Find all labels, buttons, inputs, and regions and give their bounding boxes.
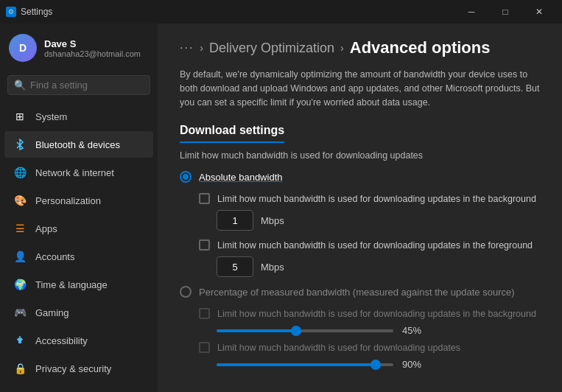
slider-fg-fill bbox=[217, 363, 376, 366]
radio-percentage-circle[interactable] bbox=[180, 286, 192, 298]
app-icon: ⚙ bbox=[6, 7, 16, 17]
network-icon: 🌐 bbox=[13, 166, 27, 179]
fg-mbps-input[interactable] bbox=[217, 256, 253, 277]
breadcrumb-delivery-optimization[interactable]: Delivery Optimization bbox=[209, 41, 334, 56]
system-icon: ⊞ bbox=[13, 110, 27, 123]
bg-mbps-input[interactable] bbox=[217, 210, 253, 231]
section-title: Download settings bbox=[180, 124, 284, 143]
sidebar-item-privacy[interactable]: 🔒 Privacy & security bbox=[4, 355, 153, 382]
checkbox-fg-download[interactable]: Limit how much bandwidth is used for dow… bbox=[199, 239, 540, 251]
fg-input-row: Mbps bbox=[217, 256, 540, 277]
checkbox-pct-fg-label: Limit how much bandwidth is used for dow… bbox=[217, 343, 460, 353]
slider-bg-fill bbox=[217, 329, 296, 332]
user-profile[interactable]: D Dave S dshanaha23@hotmail.com bbox=[0, 24, 158, 72]
page-title: Advanced options bbox=[350, 38, 491, 57]
slider-bg-pct: 45% bbox=[402, 325, 429, 336]
close-button[interactable]: ✕ bbox=[522, 0, 556, 24]
time-icon: 🌍 bbox=[13, 278, 27, 291]
sidebar-item-system[interactable]: ⊞ System bbox=[4, 103, 153, 130]
radio-percentage-label: Percentage of measured bandwidth (measur… bbox=[199, 287, 515, 298]
sidebar-label-gaming: Gaming bbox=[35, 307, 69, 318]
bluetooth-icon bbox=[13, 138, 27, 151]
checkbox-bg-label: Limit how much bandwidth is used for dow… bbox=[217, 194, 536, 204]
sidebar-label-time: Time & language bbox=[35, 279, 108, 290]
checkbox-bg-icon[interactable] bbox=[199, 193, 210, 204]
user-name: Dave S bbox=[44, 38, 141, 49]
slider-fg-track[interactable] bbox=[217, 363, 393, 366]
maximize-button[interactable]: □ bbox=[488, 0, 522, 24]
sidebar-label-network: Network & internet bbox=[35, 167, 114, 178]
title-bar-controls: ─ □ ✕ bbox=[454, 0, 556, 24]
checkbox-pct-bg: Limit how much bandwidth is used for dow… bbox=[199, 308, 540, 319]
app-title: Settings bbox=[21, 7, 52, 17]
search-icon: 🔍 bbox=[14, 80, 26, 91]
search-box[interactable]: 🔍 bbox=[7, 75, 150, 95]
slider-fg-pct: 90% bbox=[402, 359, 429, 370]
bg-input-row: Mbps bbox=[217, 210, 540, 231]
sidebar-label-system: System bbox=[35, 111, 67, 122]
sidebar-item-windows-update[interactable]: Windows Update bbox=[4, 383, 153, 392]
sidebar-item-network[interactable]: 🌐 Network & internet bbox=[4, 159, 153, 186]
sidebar-item-time[interactable]: 🌍 Time & language bbox=[4, 271, 153, 298]
radio-absolute[interactable]: Absolute bandwidth bbox=[180, 171, 540, 183]
accessibility-icon bbox=[13, 334, 27, 347]
slider-bg-row: 45% bbox=[217, 325, 540, 336]
avatar: D bbox=[9, 34, 37, 62]
gaming-icon: 🎮 bbox=[13, 306, 27, 319]
sidebar-label-privacy: Privacy & security bbox=[35, 363, 111, 374]
search-input[interactable] bbox=[30, 80, 154, 91]
checkbox-pct-fg-icon bbox=[199, 342, 210, 353]
bg-mbps-label: Mbps bbox=[261, 215, 284, 226]
sidebar-label-personalization: Personalization bbox=[35, 195, 101, 206]
breadcrumb-sep-1: › bbox=[200, 42, 203, 54]
accounts-icon: 👤 bbox=[13, 250, 27, 263]
fg-mbps-label: Mbps bbox=[261, 262, 284, 273]
personalization-icon: 🎨 bbox=[13, 194, 27, 207]
radio-absolute-circle[interactable] bbox=[180, 171, 192, 183]
sidebar-item-accounts[interactable]: 👤 Accounts bbox=[4, 243, 153, 270]
download-settings-section: Download settings Limit how much bandwid… bbox=[180, 124, 540, 370]
main-content: ··· › Delivery Optimization › Advanced o… bbox=[158, 24, 562, 392]
checkbox-pct-fg: Limit how much bandwidth is used for dow… bbox=[199, 342, 540, 353]
checkbox-pct-bg-label: Limit how much bandwidth is used for dow… bbox=[217, 309, 536, 319]
checkbox-pct-bg-icon bbox=[199, 308, 210, 319]
sidebar-item-accessibility[interactable]: Accessibility bbox=[4, 327, 153, 354]
privacy-icon: 🔒 bbox=[13, 362, 27, 375]
checkbox-fg-label: Limit how much bandwidth is used for dow… bbox=[217, 240, 533, 251]
slider-bg-track[interactable] bbox=[217, 329, 393, 332]
radio-absolute-label: Absolute bandwidth bbox=[199, 172, 282, 183]
minimize-button[interactable]: ─ bbox=[454, 0, 488, 24]
sidebar-label-accessibility: Accessibility bbox=[35, 335, 88, 346]
sidebar-label-apps: Apps bbox=[35, 223, 57, 234]
svg-point-0 bbox=[19, 336, 21, 337]
sidebar: D Dave S dshanaha23@hotmail.com 🔍 ⊞ Syst… bbox=[0, 24, 158, 392]
title-bar-left: ⚙ Settings bbox=[6, 7, 52, 17]
radio-percentage[interactable]: Percentage of measured bandwidth (measur… bbox=[180, 286, 540, 298]
sidebar-item-personalization[interactable]: 🎨 Personalization bbox=[4, 187, 153, 214]
user-email: dshanaha23@hotmail.com bbox=[44, 49, 141, 58]
checkbox-fg-icon[interactable] bbox=[199, 239, 210, 251]
sidebar-item-apps[interactable]: ☰ Apps bbox=[4, 215, 153, 242]
page-description: By default, we're dynamically optimizing… bbox=[180, 68, 540, 109]
sidebar-item-gaming[interactable]: 🎮 Gaming bbox=[4, 299, 153, 326]
sidebar-label-bluetooth: Bluetooth & devices bbox=[35, 139, 120, 150]
apps-icon: ☰ bbox=[13, 222, 27, 235]
slider-fg-thumb[interactable] bbox=[370, 360, 381, 370]
title-bar: ⚙ Settings ─ □ ✕ bbox=[0, 0, 562, 24]
section-subtitle: Limit how much bandwidth is used for dow… bbox=[180, 150, 540, 161]
app-body: D Dave S dshanaha23@hotmail.com 🔍 ⊞ Syst… bbox=[0, 24, 562, 392]
breadcrumb-sep-2: › bbox=[340, 42, 344, 54]
sidebar-item-bluetooth[interactable]: Bluetooth & devices bbox=[4, 131, 153, 158]
user-info: Dave S dshanaha23@hotmail.com bbox=[44, 38, 141, 58]
page-header: ··· › Delivery Optimization › Advanced o… bbox=[180, 38, 540, 57]
slider-fg-row: 90% bbox=[217, 359, 540, 370]
breadcrumb-dots[interactable]: ··· bbox=[180, 41, 194, 55]
sidebar-label-accounts: Accounts bbox=[35, 251, 74, 262]
checkbox-bg-download[interactable]: Limit how much bandwidth is used for dow… bbox=[199, 193, 540, 204]
slider-bg-thumb[interactable] bbox=[291, 326, 301, 336]
